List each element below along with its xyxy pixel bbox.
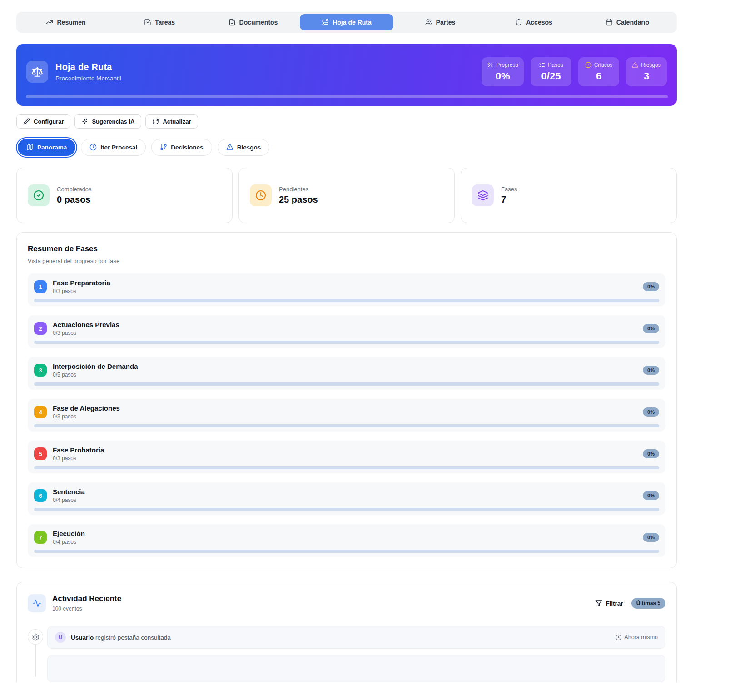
gear-icon xyxy=(28,629,43,645)
phase-percent-badge: 0% xyxy=(643,282,659,291)
phase-name: Fase de Alegaciones xyxy=(53,404,120,412)
phase-row-6[interactable]: 6 Sentencia 0/4 pasos 0% xyxy=(28,482,665,515)
phase-steps: 0/3 pasos xyxy=(53,413,120,420)
tab-label: Partes xyxy=(436,19,456,26)
scales-icon xyxy=(26,61,48,83)
banner-progress-track xyxy=(26,95,668,98)
phase-steps: 0/3 pasos xyxy=(53,455,104,462)
stat-value: 6 xyxy=(584,70,614,82)
clock-icon xyxy=(250,184,272,206)
clock-icon xyxy=(616,635,621,640)
stat-label: Progreso xyxy=(496,62,518,68)
calendar-icon xyxy=(606,19,613,26)
tab-label: Hoja de Ruta xyxy=(333,19,372,26)
summary-cards: Completados 0 pasos Pendientes 25 pasos … xyxy=(16,168,677,223)
viewtab-label: Decisiones xyxy=(171,144,203,151)
phase-progress-track xyxy=(34,466,659,469)
phase-progress-track xyxy=(34,299,659,302)
sugerencias-ia-button[interactable]: Sugerencias IA xyxy=(74,114,141,129)
activity-item: U Usuario registró pestaña consultada Ah… xyxy=(47,626,665,649)
viewtab-iter-procesal[interactable]: Iter Procesal xyxy=(81,139,146,156)
git-branch-icon xyxy=(160,144,167,151)
actualizar-button[interactable]: Actualizar xyxy=(145,114,198,129)
viewtab-panorama[interactable]: Panorama xyxy=(18,139,75,156)
alert-triangle-icon xyxy=(226,144,233,151)
top-navigation: Resumen Tareas Documentos Hoja de Ruta P… xyxy=(16,12,677,33)
tab-hoja-de-ruta[interactable]: Hoja de Ruta xyxy=(300,14,393,30)
filtrar-button[interactable]: Filtrar xyxy=(595,600,623,607)
phase-name: Fase Probatoria xyxy=(53,446,104,454)
tab-accesos[interactable]: Accesos xyxy=(487,14,581,30)
stat-pasos: Pasos 0/25 xyxy=(531,57,571,86)
phase-steps: 0/4 pasos xyxy=(53,497,85,503)
tab-calendario[interactable]: Calendario xyxy=(581,14,674,30)
activity-action: registró pestaña consultada xyxy=(94,634,171,641)
button-label: Sugerencias IA xyxy=(92,118,134,125)
stat-value: 3 xyxy=(631,70,661,82)
layers-icon xyxy=(472,184,494,206)
phases-title: Resumen de Fases xyxy=(28,244,665,253)
tab-tareas[interactable]: Tareas xyxy=(113,14,206,30)
tab-label: Tareas xyxy=(155,19,175,26)
card-fases: Fases 7 xyxy=(461,168,677,223)
card-completados: Completados 0 pasos xyxy=(16,168,233,223)
avatar: U xyxy=(55,632,66,643)
phase-row-2[interactable]: 2 Actuaciones Previas 0/3 pasos 0% xyxy=(28,315,665,348)
phase-percent-badge: 0% xyxy=(643,324,659,333)
viewtab-label: Iter Procesal xyxy=(100,144,137,151)
sparkles-icon xyxy=(81,118,88,125)
card-value: 0 pasos xyxy=(57,194,92,205)
phase-percent-badge: 0% xyxy=(643,449,659,458)
phase-progress-track xyxy=(34,508,659,511)
phase-progress-track xyxy=(34,550,659,553)
phase-steps: 0/3 pasos xyxy=(53,330,119,336)
view-tabs: Panorama Iter Procesal Decisiones Riesgo… xyxy=(16,138,730,157)
phase-row-3[interactable]: 3 Interposición de Demanda 0/5 pasos 0% xyxy=(28,357,665,390)
alert-triangle-icon xyxy=(632,62,638,68)
viewtab-label: Panorama xyxy=(37,144,67,151)
stat-value: 0/25 xyxy=(536,70,566,82)
phase-number-badge: 4 xyxy=(34,406,47,418)
last-five-badge[interactable]: Últimas 5 xyxy=(631,598,665,609)
phase-row-4[interactable]: 4 Fase de Alegaciones 0/3 pasos 0% xyxy=(28,399,665,432)
phase-name: Interposición de Demanda xyxy=(53,362,138,370)
configurar-button[interactable]: Configurar xyxy=(16,114,70,129)
phases-summary-card: Resumen de Fases Vista general del progr… xyxy=(16,232,677,568)
phase-progress-track xyxy=(34,382,659,386)
card-label: Pendientes xyxy=(279,186,318,193)
activity-time-label: Ahora mismo xyxy=(624,634,658,640)
stat-progreso: Progreso 0% xyxy=(482,57,524,86)
phase-row-5[interactable]: 5 Fase Probatoria 0/3 pasos 0% xyxy=(28,441,665,473)
activity-text: Usuario registró pestaña consultada xyxy=(71,634,171,641)
button-label: Actualizar xyxy=(163,118,191,125)
page-subtitle: Procedimiento Mercantil xyxy=(55,75,121,82)
phase-number-badge: 3 xyxy=(34,364,47,377)
card-value: 25 pasos xyxy=(279,194,318,205)
banner-stats: Progreso 0% Pasos 0/25 Críticos 6 Riesgo… xyxy=(482,57,667,86)
tab-resumen[interactable]: Resumen xyxy=(19,14,113,30)
activity-timeline: U Usuario registró pestaña consultada Ah… xyxy=(28,626,665,682)
alert-circle-icon xyxy=(585,62,591,68)
list-checks-icon xyxy=(539,62,545,68)
viewtab-decisiones[interactable]: Decisiones xyxy=(151,139,212,156)
check-square-icon xyxy=(144,19,151,26)
file-check-icon xyxy=(228,19,236,26)
recent-activity-card: Actividad Reciente 100 eventos Filtrar Ú… xyxy=(16,582,677,682)
phase-steps: 0/3 pasos xyxy=(53,288,110,294)
tab-label: Calendario xyxy=(616,19,649,26)
stat-riesgos: Riesgos 3 xyxy=(626,57,667,86)
phase-row-1[interactable]: 1 Fase Preparatoria 0/3 pasos 0% xyxy=(28,273,665,306)
card-pendientes: Pendientes 25 pasos xyxy=(238,168,455,223)
viewtab-riesgos[interactable]: Riesgos xyxy=(218,139,270,156)
tab-documentos[interactable]: Documentos xyxy=(206,14,300,30)
phase-number-badge: 7 xyxy=(34,531,47,544)
refresh-icon xyxy=(152,118,159,125)
tab-label: Accesos xyxy=(526,19,552,26)
check-circle-icon xyxy=(28,184,50,206)
phase-row-7[interactable]: 7 Ejecución 0/4 pasos 0% xyxy=(28,524,665,557)
stat-label: Riesgos xyxy=(641,62,660,68)
tab-partes[interactable]: Partes xyxy=(393,14,487,30)
activity-time: Ahora mismo xyxy=(616,634,658,640)
phase-percent-badge: 0% xyxy=(643,407,659,417)
trending-up-icon xyxy=(46,19,53,26)
